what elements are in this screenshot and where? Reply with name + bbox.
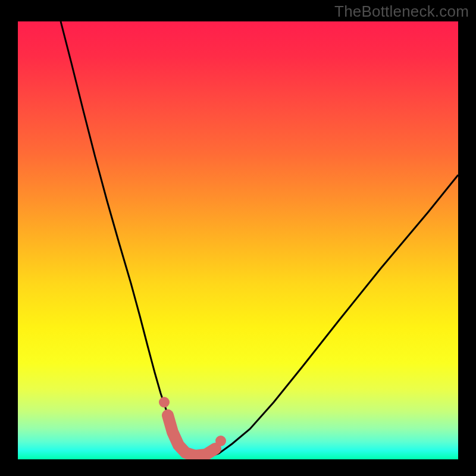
valley-dot-left — [159, 397, 170, 408]
valley-highlight — [168, 415, 215, 456]
watermark-text: TheBottleneck.com — [334, 2, 469, 21]
plot-area — [18, 21, 458, 459]
bottleneck-curve — [18, 21, 458, 459]
valley-dot-right — [215, 436, 226, 446]
chart-frame: TheBottleneck.com — [0, 0, 476, 476]
curve-path — [61, 21, 458, 457]
